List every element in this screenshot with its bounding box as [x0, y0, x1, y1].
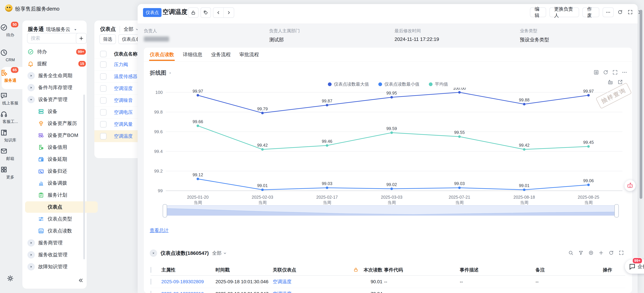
sidebar-scrollbar[interactable]: [83, 94, 85, 259]
data-point[interactable]: [261, 148, 264, 151]
sidebar-item-仪表点读数[interactable]: 仪表点读数: [25, 225, 98, 237]
sidebar-item-提醒[interactable]: 提醒15: [25, 58, 87, 70]
legend-item-仪表点读数最小值[interactable]: 仪表点读数最小值: [378, 81, 420, 87]
row-checkbox[interactable]: [100, 109, 106, 116]
meter-point-link[interactable]: 压力阀: [114, 62, 128, 68]
expand-collapse-icon[interactable]: [28, 96, 35, 103]
add-record-icon[interactable]: [598, 250, 604, 256]
sidebar-item-服务商管理[interactable]: 服务商管理: [25, 237, 87, 248]
data-point[interactable]: [523, 103, 526, 106]
previous-record-button[interactable]: [213, 8, 224, 18]
tab-详细信息[interactable]: 详细信息: [183, 51, 202, 58]
chevron-down-icon[interactable]: [73, 28, 78, 32]
datazoom-right-handle[interactable]: [614, 204, 619, 218]
sidebar-item-备件与库存管理[interactable]: 备件与库存管理: [25, 82, 87, 93]
legend-item-平均值[interactable]: 平均值: [429, 81, 448, 87]
chart-table-view-icon[interactable]: [593, 70, 599, 75]
data-point[interactable]: [458, 91, 461, 94]
tab-审批流程[interactable]: 审批流程: [240, 51, 259, 58]
meter-point-link[interactable]: 空调噪音: [114, 97, 133, 104]
data-point[interactable]: [326, 104, 328, 106]
row-checkbox[interactable]: [100, 121, 106, 128]
record-link[interactable]: 2025-09-189302809: [161, 279, 216, 284]
rail-item-线上客服[interactable]: 线上客服: [0, 92, 20, 106]
sidebar-item-仪表点[interactable]: undefined仪表点: [25, 201, 98, 213]
data-point[interactable]: [390, 131, 393, 134]
data-point[interactable]: [523, 148, 526, 151]
tab-仪表点读数[interactable]: 仪表点读数: [150, 51, 174, 58]
chart-fullscreen-icon[interactable]: [612, 70, 618, 75]
expand-arrow-icon[interactable]: [28, 72, 35, 80]
meter-point-link[interactable]: 空调电压: [114, 109, 133, 116]
readings-scope-dropdown[interactable]: 全部: [212, 250, 227, 256]
data-point[interactable]: [197, 124, 199, 127]
row-checkbox-cell[interactable]: [150, 291, 161, 293]
meter-point-link[interactable]: 空调风量: [114, 121, 133, 128]
data-point[interactable]: [197, 178, 199, 180]
refresh-icon[interactable]: [618, 10, 623, 15]
chevron-right-icon[interactable]: [168, 71, 172, 75]
rail-item-CRM[interactable]: CRM: [0, 49, 20, 62]
refresh-icon[interactable]: [608, 250, 614, 256]
related-meter-link[interactable]: 空调温度: [273, 291, 340, 293]
data-point[interactable]: [326, 144, 328, 147]
next-record-button[interactable]: [224, 8, 234, 18]
list-scope-dropdown[interactable]: 全部: [120, 26, 139, 33]
rail-item-客服工...[interactable]: 客服工...: [0, 110, 20, 124]
select-all-checkbox[interactable]: [150, 267, 151, 273]
fullscreen-icon[interactable]: [618, 250, 624, 256]
rail-item-待办[interactable]: 待办50: [0, 24, 20, 38]
record-link[interactable]: 2025-09-189302819: [161, 291, 216, 293]
expand-arrow-icon[interactable]: [28, 251, 35, 258]
sidebar-item-设备调拨[interactable]: 设备调拨: [25, 178, 98, 189]
more-actions-button[interactable]: [602, 8, 614, 17]
row-checkbox[interactable]: [100, 85, 106, 92]
data-point[interactable]: [458, 186, 461, 189]
chart-more-icon[interactable]: [622, 70, 627, 75]
data-point[interactable]: [261, 112, 264, 114]
sidebar-title-sub[interactable]: 现场服务云: [46, 26, 70, 32]
rail-item-服务通[interactable]: 服务通65: [0, 69, 20, 83]
expand-arrow-icon[interactable]: [28, 263, 35, 270]
chart-refresh-icon[interactable]: [603, 70, 608, 75]
data-point[interactable]: [197, 94, 199, 96]
sidebar-item-服务收益管理[interactable]: 服务收益管理: [25, 249, 87, 260]
sidebar-item-设备借用[interactable]: 设备借用: [25, 142, 98, 153]
filter-icon[interactable]: [578, 250, 584, 256]
expand-arrow-icon[interactable]: [28, 84, 35, 91]
expand-arrow-icon[interactable]: [28, 239, 35, 246]
list-scope-value[interactable]: 全部: [124, 26, 134, 33]
fullscreen-icon[interactable]: [628, 10, 633, 15]
rail-item-邮箱[interactable]: 邮箱: [0, 147, 20, 161]
data-point[interactable]: [587, 94, 590, 96]
main-scrollbar-thumb[interactable]: [640, 10, 642, 199]
rail-item-更多[interactable]: 更多: [0, 166, 20, 180]
collapse-sidebar-button[interactable]: [78, 278, 84, 283]
row-checkbox[interactable]: [100, 133, 106, 140]
chart-datazoom-slider[interactable]: [164, 205, 617, 216]
filter-button[interactable]: 筛选: [100, 34, 116, 44]
search-icon[interactable]: [568, 250, 574, 256]
edit-button[interactable]: 编辑: [530, 8, 546, 17]
change-owner-button[interactable]: 更换负责人: [550, 8, 579, 17]
data-point[interactable]: [390, 96, 393, 98]
header-checkbox-cell[interactable]: [150, 267, 161, 273]
sidebar-item-服务全生命周期[interactable]: 服务全生命周期: [25, 70, 87, 82]
sidebar-item-设备资产管理[interactable]: 设备资产管理: [25, 94, 87, 105]
sidebar-item-设备资产BOM[interactable]: 设备资产BOM: [25, 130, 98, 141]
meter-point-link[interactable]: 空调温度: [114, 133, 133, 140]
meter-point-link[interactable]: 空调湿度: [114, 85, 133, 92]
sidebar-item-设备延期[interactable]: 设备延期: [25, 154, 98, 165]
data-point[interactable]: [390, 188, 393, 190]
row-checkbox[interactable]: [150, 279, 151, 284]
sidebar-item-设备归还[interactable]: 设备归还: [25, 166, 98, 177]
invalidate-button[interactable]: 作废: [582, 8, 599, 17]
unlock-button[interactable]: [188, 8, 198, 18]
data-point[interactable]: [458, 136, 461, 138]
collapse-section-button[interactable]: [150, 250, 157, 257]
related-meter-link[interactable]: 空调温度: [273, 278, 340, 285]
view-total-link[interactable]: 查看总计: [150, 227, 168, 234]
row-checkbox[interactable]: [150, 291, 151, 293]
qixin-chat-button[interactable]: 99+ 企信: [625, 260, 644, 274]
select-all-checkbox[interactable]: [100, 51, 106, 57]
